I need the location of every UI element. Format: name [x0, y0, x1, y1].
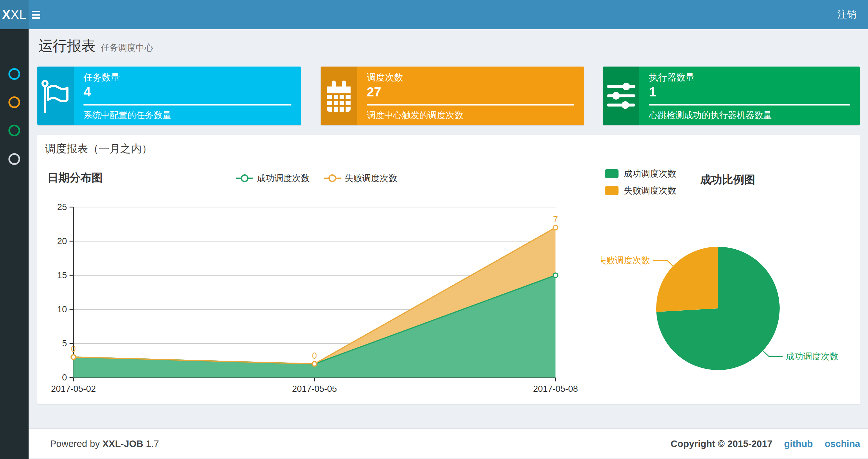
panel-title: 调度报表（一月之内） [37, 135, 860, 163]
svg-text:0: 0 [71, 344, 76, 354]
page-header: 运行报表 任务调度中心 [38, 36, 153, 56]
powered-prefix: Powered by [50, 438, 100, 449]
sidebar-item-4[interactable] [8, 153, 20, 165]
sidebar [0, 29, 29, 459]
app-logo[interactable]: XXL [0, 0, 29, 29]
svg-text:失败调度次数: 失败调度次数 [601, 256, 650, 265]
circle-icon [8, 96, 20, 108]
svg-text:0: 0 [62, 373, 67, 383]
line-marker-icon [324, 177, 341, 179]
circle-icon [8, 68, 20, 80]
svg-text:7: 7 [553, 215, 558, 224]
card-title: 执行器数量 [649, 72, 850, 84]
logout-link[interactable]: 注销 [834, 0, 860, 29]
svg-text:2017-05-05: 2017-05-05 [292, 384, 337, 394]
card-job-count: 任务数量 4 系统中配置的任务数量 [37, 67, 301, 125]
report-panel: 调度报表（一月之内） 日期分布图 成功调度次数 失败调度次数 成功比例图 成功调… [37, 135, 860, 404]
circle-icon [8, 125, 20, 136]
sidebar-item-2[interactable] [8, 96, 20, 108]
card-value: 27 [367, 84, 574, 100]
brand-name: XXL-JOB [102, 438, 143, 449]
xxl-job-dashboard: XXL 注销 运行报表 任务调度中心 任务数量 4 [0, 0, 868, 459]
card-title: 任务数量 [84, 72, 291, 84]
card-body: 任务数量 4 系统中配置的任务数量 [74, 67, 301, 125]
date-distribution-line-chart[interactable]: 05101520252017-05-022017-05-052017-05-08… [42, 182, 588, 402]
footer-powered-by: Powered by XXL-JOB 1.7 [50, 438, 159, 449]
svg-text:10: 10 [57, 304, 67, 314]
page-subtitle: 任务调度中心 [101, 42, 153, 54]
calendar-icon [321, 67, 357, 125]
legend-label: 成功调度次数 [624, 168, 676, 179]
card-executor-count: 执行器数量 1 心跳检测成功的执行器机器数量 [603, 67, 860, 125]
card-description: 系统中配置的任务数量 [84, 109, 291, 121]
sidebar-item-1[interactable] [8, 68, 20, 80]
success-ratio-pie-chart[interactable]: 成功调度次数失败调度次数 [601, 182, 861, 406]
legend-item-success[interactable]: 成功调度次数 [605, 168, 676, 179]
footer-links: Copyright © 2015-2017 github oschina [671, 438, 860, 449]
sidebar-item-3[interactable] [8, 125, 20, 136]
card-trigger-count: 调度次数 27 调度中心触发的调度次数 [321, 67, 584, 125]
logo-bold: X [2, 8, 11, 22]
github-link[interactable]: github [784, 438, 813, 449]
svg-text:5: 5 [62, 338, 67, 348]
flag-icon [37, 67, 74, 125]
svg-text:25: 25 [57, 202, 67, 212]
card-title: 调度次数 [367, 72, 574, 84]
card-value: 4 [84, 84, 291, 100]
svg-text:0: 0 [312, 351, 317, 361]
svg-text:2017-05-02: 2017-05-02 [51, 384, 96, 394]
version: 1.7 [146, 438, 159, 449]
card-body: 执行器数量 1 心跳检测成功的执行器机器数量 [639, 67, 860, 125]
svg-text:20: 20 [57, 236, 67, 246]
swatch-icon [605, 169, 619, 178]
sidebar-toggle-button[interactable] [32, 0, 53, 29]
card-progress-line [84, 104, 291, 105]
card-body: 调度次数 27 调度中心触发的调度次数 [357, 67, 584, 125]
menu-icon [32, 14, 40, 15]
circle-icon [8, 153, 20, 165]
page-title: 运行报表 [38, 36, 95, 56]
card-progress-line [649, 104, 850, 105]
oschina-link[interactable]: oschina [825, 438, 860, 449]
sliders-icon [603, 67, 639, 125]
card-description: 心跳检测成功的执行器机器数量 [649, 109, 850, 121]
card-value: 1 [649, 84, 850, 100]
line-marker-icon [236, 177, 253, 179]
copyright-text: Copyright © 2015-2017 [671, 438, 773, 449]
card-description: 调度中心触发的调度次数 [367, 109, 574, 121]
svg-text:成功调度次数: 成功调度次数 [786, 352, 838, 361]
logo-rest: XL [11, 8, 26, 22]
menu-icon [32, 17, 40, 19]
footer: Powered by XXL-JOB 1.7 Copyright © 2015-… [29, 428, 868, 458]
top-navbar: XXL 注销 [0, 0, 868, 29]
svg-text:15: 15 [57, 270, 67, 280]
card-progress-line [367, 104, 574, 105]
svg-text:2017-05-08: 2017-05-08 [533, 384, 578, 394]
menu-icon [32, 11, 40, 12]
